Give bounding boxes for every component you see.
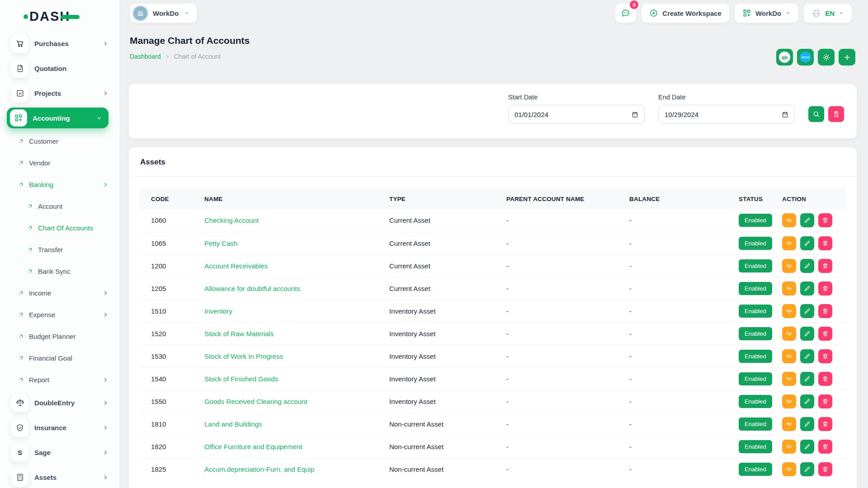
breadcrumb-dashboard-link[interactable]: Dashboard [130,53,161,60]
row-actions [782,236,846,250]
delete-button[interactable] [818,440,832,454]
account-name-link[interactable]: Stock of Finished Goods [204,375,278,383]
activity-button[interactable] [782,372,796,386]
sidebar-item-banking[interactable]: Banking [0,174,120,195]
account-name-link[interactable]: Inventory [204,307,232,315]
chevron-down-icon [785,10,791,16]
account-name-link[interactable]: Office Furniture and Equipement [204,443,302,450]
status-badge: Enabled [739,395,772,408]
parent-account-name: - [506,322,629,345]
delete-button[interactable] [818,349,832,363]
delete-button[interactable] [818,372,832,386]
sidebar-item-projects[interactable]: Projects [0,81,120,106]
edit-button[interactable] [800,236,814,250]
account-name-link[interactable]: Goods Received Clearing account [204,398,307,405]
sidebar-item-financial-goal[interactable]: Financial Goal [0,347,120,369]
edit-button[interactable] [800,417,814,431]
language-selector[interactable]: EN [803,3,852,23]
account-name-link[interactable]: Account Receivables [204,262,268,270]
workspace-switcher[interactable]: WorkDo [130,3,197,23]
activity-button[interactable] [782,236,796,250]
messages-button[interactable]: 0 [615,3,637,23]
activity-button[interactable] [782,213,796,227]
activity-button[interactable] [782,327,796,341]
edit-button[interactable] [800,213,814,227]
reset-filter-button[interactable] [828,106,844,122]
delete-button[interactable] [818,236,832,250]
delete-button[interactable] [818,259,832,273]
column-balance: BALANCE [629,188,739,209]
sidebar-item-label: Expense [29,311,55,319]
sidebar-item-vendor[interactable]: Vendor [0,152,120,174]
quickbooks-button[interactable]: qb [776,49,793,66]
edit-button[interactable] [800,440,814,454]
delete-button[interactable] [818,282,832,296]
edit-button[interactable] [800,282,814,296]
sidebar-item-assets[interactable]: Assets [0,465,120,488]
account-name-link[interactable]: Stock of Raw Materials [204,330,274,338]
sidebar-item-expense[interactable]: Expense [0,304,120,325]
row-actions [782,349,846,363]
delete-button[interactable] [818,462,832,476]
accounts-table-wrap: CODE NAME TYPE PARENT ACCOUNT NAME BALAN… [140,188,846,480]
activity-button[interactable] [782,394,796,408]
account-type: Inventory Asset [389,300,506,322]
dot-icon [28,204,32,208]
sidebar-item-doubleentry[interactable]: DoubleEntry [0,390,120,415]
sidebar-item-bank-sync[interactable]: Bank Sync [0,260,120,282]
end-date-input[interactable]: 10/29/2024 [658,105,795,124]
activity-button[interactable] [782,417,796,431]
sidebar-item-account[interactable]: Account [0,195,120,217]
app-logo[interactable]: DASH [0,0,120,26]
edit-button[interactable] [800,372,814,386]
chevron-right-icon [103,400,108,406]
delete-button[interactable] [818,327,832,341]
activity-button[interactable] [782,349,796,363]
trash-icon [822,217,829,224]
sidebar-item-customer[interactable]: Customer [0,130,120,152]
sidebar-item-accounting[interactable]: Accounting [7,108,108,128]
activity-button[interactable] [782,259,796,273]
create-workspace-button[interactable]: Create Workspace [641,3,730,23]
edit-button[interactable] [800,462,814,476]
xero-button[interactable]: xero [797,49,814,66]
account-name-link[interactable]: Accum.depreciation-Furn. and Equip [204,465,314,473]
account-name-link[interactable]: Allowance for doubtful accounts [204,285,300,292]
apply-filter-button[interactable] [808,106,824,122]
end-date-group: End Date 10/29/2024 [658,94,795,124]
activity-button[interactable] [782,440,796,454]
activity-button[interactable] [782,304,796,318]
account-name-link[interactable]: Petty Cash [204,239,237,247]
parent-account-name: - [506,413,629,435]
edit-button[interactable] [800,304,814,318]
sidebar-item-report[interactable]: Report [0,369,120,390]
add-account-button[interactable] [839,49,855,66]
edit-button[interactable] [800,327,814,341]
edit-button[interactable] [800,394,814,408]
delete-button[interactable] [818,213,832,227]
edit-button[interactable] [800,259,814,273]
sidebar-item-quotation[interactable]: Quotation [0,56,120,81]
sidebar-item-purchases[interactable]: Purchases [0,31,120,56]
sidebar-item-label: Banking [29,181,53,188]
chevron-right-icon [103,41,108,47]
delete-button[interactable] [818,417,832,431]
activity-button[interactable] [782,462,796,476]
sidebar-item-chart-of-accounts[interactable]: Chart Of Accounts [0,217,120,239]
edit-button[interactable] [800,349,814,363]
workspace-menu-button[interactable]: WorkDo [734,3,799,23]
delete-button[interactable] [818,394,832,408]
settings-button[interactable] [818,49,835,66]
grid-plus-icon [10,109,27,127]
activity-button[interactable] [782,282,796,296]
account-name-link[interactable]: Stock of Work In Progress [204,352,283,360]
account-name-link[interactable]: Land and Buildings [204,420,262,428]
sidebar-item-insurance[interactable]: Insurance [0,415,120,440]
sidebar-item-transfer[interactable]: Transfer [0,239,120,260]
sidebar-item-sage[interactable]: SSage [0,440,120,465]
start-date-input[interactable]: 01/01/2024 [508,105,645,124]
account-name-link[interactable]: Checking Account [204,216,259,224]
delete-button[interactable] [818,304,832,318]
sidebar-item-budget-planner[interactable]: Budget Planner [0,325,120,347]
sidebar-item-income[interactable]: Income [0,282,120,304]
